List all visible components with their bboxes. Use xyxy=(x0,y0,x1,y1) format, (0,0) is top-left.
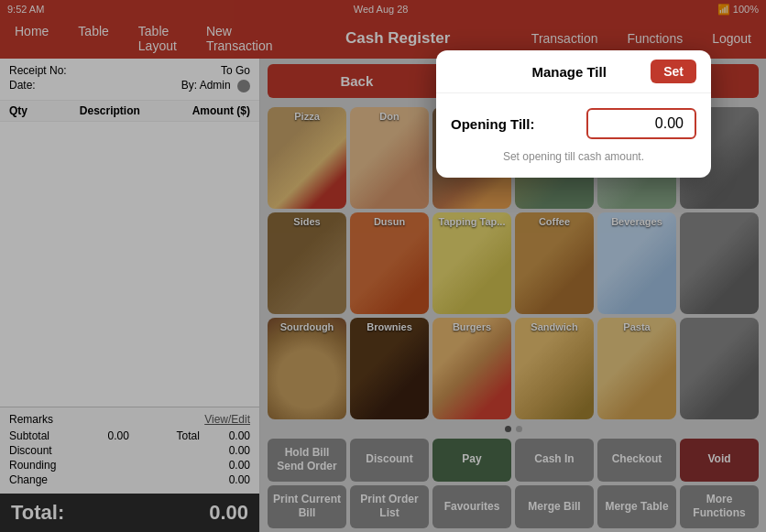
opening-till-input[interactable] xyxy=(586,108,696,139)
manage-till-modal: Manage Till Set Opening Till: Set openin… xyxy=(436,50,711,178)
modal-hint: Set opening till cash amount. xyxy=(451,150,696,163)
opening-till-row: Opening Till: xyxy=(451,108,696,139)
set-button[interactable]: Set xyxy=(651,60,696,83)
modal-title: Manage Till xyxy=(487,64,651,80)
modal-body: Opening Till: Set opening till cash amou… xyxy=(436,93,711,178)
modal-header: Manage Till Set xyxy=(436,50,711,93)
opening-till-label: Opening Till: xyxy=(451,116,534,132)
